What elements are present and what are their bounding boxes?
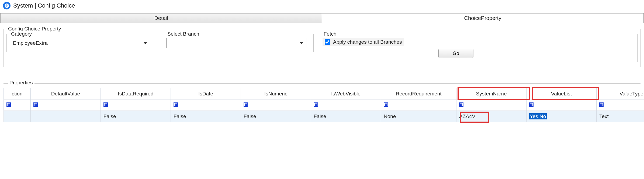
tab-strip: Detail ChoiceProperty bbox=[0, 13, 644, 23]
titlebar: System | Config Choice bbox=[0, 0, 644, 12]
chevron-down-icon bbox=[300, 42, 303, 44]
config-choice-window: System | Config Choice Detail ChoiceProp… bbox=[0, 0, 644, 179]
app-icon bbox=[3, 2, 11, 9]
cell-isdatarequired[interactable]: False bbox=[101, 111, 171, 122]
category-label: Category bbox=[9, 31, 33, 37]
tab-choice-property-label: ChoiceProperty bbox=[464, 15, 501, 21]
table-data-row[interactable]: False False False False None AZA4V Yes,N… bbox=[4, 111, 644, 122]
category-group: Category EmployeeExtra bbox=[6, 34, 157, 52]
fetch-label: Fetch bbox=[322, 31, 338, 37]
col-ction[interactable]: ction bbox=[4, 88, 31, 99]
filter-cell[interactable] bbox=[241, 99, 311, 111]
filter-icon bbox=[384, 102, 388, 107]
filter-icon bbox=[103, 102, 108, 107]
filter-icon bbox=[529, 102, 534, 107]
filter-cell[interactable] bbox=[456, 99, 527, 111]
branch-group: Select Branch bbox=[163, 34, 314, 52]
cell-isnumeric[interactable]: False bbox=[241, 111, 311, 122]
table-filter-row bbox=[4, 99, 644, 111]
branch-combo[interactable] bbox=[166, 38, 306, 48]
filter-cell[interactable] bbox=[381, 99, 456, 111]
properties-legend: Properties bbox=[8, 80, 34, 86]
go-button[interactable]: Go bbox=[438, 49, 473, 58]
filter-icon bbox=[244, 102, 248, 107]
config-choice-property-group: Config Choice Property Category Employee… bbox=[4, 26, 640, 67]
filter-icon bbox=[33, 102, 38, 107]
filter-cell[interactable] bbox=[101, 99, 171, 111]
col-valuetype[interactable]: ValueType bbox=[597, 88, 644, 99]
col-valuelist[interactable]: ValueList bbox=[527, 88, 597, 99]
col-isdatarequired[interactable]: IsDataRequired bbox=[101, 88, 171, 99]
properties-table: ction DefaultValue IsDataRequired IsDate… bbox=[4, 88, 644, 122]
filter-cell[interactable] bbox=[527, 99, 597, 111]
filter-cell[interactable] bbox=[31, 99, 101, 111]
col-defaultvalue[interactable]: DefaultValue bbox=[31, 88, 101, 99]
cell-defaultvalue[interactable] bbox=[31, 111, 101, 122]
filter-cell[interactable] bbox=[311, 99, 381, 111]
cell-iswebvisible[interactable]: False bbox=[311, 111, 381, 122]
filter-icon bbox=[314, 102, 318, 107]
go-button-label: Go bbox=[453, 51, 459, 56]
col-systemname[interactable]: SystemName bbox=[456, 88, 527, 99]
branch-label: Select Branch bbox=[166, 31, 201, 37]
col-iswebvisible[interactable]: IsWebVisible bbox=[311, 88, 381, 99]
window-title: System | Config Choice bbox=[13, 2, 75, 9]
apply-all-row[interactable]: Apply changes to all Branches bbox=[323, 38, 404, 46]
table-header-row: ction DefaultValue IsDataRequired IsDate… bbox=[4, 88, 644, 99]
apply-all-label: Apply changes to all Branches bbox=[333, 39, 402, 45]
col-isdate[interactable]: IsDate bbox=[171, 88, 241, 99]
filter-cell[interactable] bbox=[4, 99, 31, 111]
filter-icon bbox=[174, 102, 178, 107]
filter-cell[interactable] bbox=[171, 99, 241, 111]
col-recordrequirement[interactable]: RecordRequirement bbox=[381, 88, 456, 99]
cell-recordrequirement[interactable]: None bbox=[381, 111, 456, 122]
fetch-group: Fetch Apply changes to all Branches Go bbox=[319, 34, 638, 62]
col-isnumeric[interactable]: IsNumeric bbox=[241, 88, 311, 99]
cell-systemname[interactable]: AZA4V bbox=[456, 111, 527, 122]
filter-icon bbox=[599, 102, 604, 107]
tab-choice-property[interactable]: ChoiceProperty bbox=[322, 13, 644, 23]
cell-ction[interactable] bbox=[4, 111, 31, 122]
filter-icon bbox=[6, 102, 11, 107]
cell-valuelist[interactable]: Yes,No bbox=[527, 111, 597, 122]
cell-isdate[interactable]: False bbox=[171, 111, 241, 122]
filter-icon bbox=[459, 102, 463, 107]
tab-detail-label: Detail bbox=[154, 15, 168, 21]
properties-group: Properties ction DefaultValue IsDataRequ… bbox=[4, 83, 640, 122]
apply-all-checkbox[interactable] bbox=[325, 39, 330, 45]
category-combo[interactable]: EmployeeExtra bbox=[10, 38, 150, 48]
category-value: EmployeeExtra bbox=[13, 40, 48, 46]
valuelist-selection: Yes,No bbox=[529, 113, 547, 119]
filter-cell[interactable] bbox=[597, 99, 644, 111]
tab-detail[interactable]: Detail bbox=[0, 13, 322, 23]
cell-valuetype[interactable]: Text bbox=[597, 111, 644, 122]
chevron-down-icon bbox=[143, 42, 147, 44]
